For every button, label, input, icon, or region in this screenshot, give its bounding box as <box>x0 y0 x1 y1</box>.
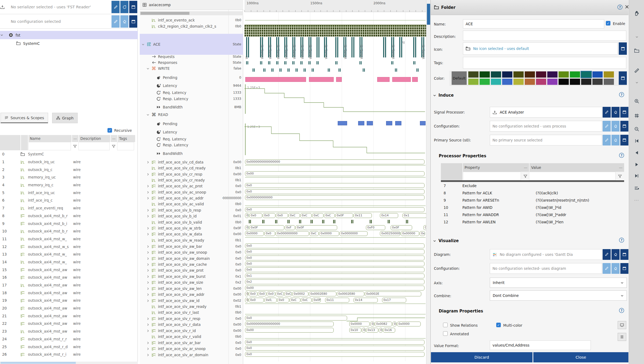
value-cell[interactable]: 0xF0 <box>366 225 385 230</box>
table-row[interactable]: 8outsock_axi4_mst_b_rwire <box>0 212 138 220</box>
grid-icon[interactable] <box>633 112 641 120</box>
chevron-right-icon[interactable] <box>146 184 150 188</box>
table-row[interactable]: 7intf_ace_eventi_reqwire <box>0 204 138 212</box>
hand-icon[interactable] <box>633 9 641 17</box>
value-cell[interactable]: 0 <box>245 292 248 296</box>
value-cell[interactable]: 0 <box>245 213 249 218</box>
table-row[interactable]: 22outsock_axi4_mst_awwire <box>0 320 138 327</box>
signal-tree-item-write[interactable]: ⌘WRITEfalse <box>140 65 243 71</box>
waveform-value-row[interactable]: 0x00000000000000000x00000x0x00820x0x0000 <box>245 322 421 326</box>
primary-source-field[interactable]: No primary source selected <box>490 135 602 145</box>
edit-serializer-button[interactable] <box>111 1 120 13</box>
edit-processor-button[interactable] <box>603 107 611 118</box>
signal-tree-item-intf-ace-ace-slv-r-data[interactable]: intf_ace_ace_slv_r_data0x00 <box>140 322 243 327</box>
value-cell[interactable]: 0x14 <box>354 298 378 303</box>
chevron-down-icon[interactable] <box>0 33 9 37</box>
signal-tree-item-intf-ace-ace-slv-cr-resp[interactable]: intf_ace_ace_slv_cr_resp0x00 <box>140 171 243 177</box>
transaction-bar[interactable] <box>383 37 386 57</box>
signal-tree-item-intf-ace-ace-slv-ac-addr[interactable]: intf_ace_ace_slv_ac_addr0x000000000000 <box>140 195 243 201</box>
write-pending-bar[interactable] <box>245 77 306 82</box>
table-row[interactable]: 16outsock_axi4_mst_awwire <box>0 274 138 281</box>
color-swatch[interactable] <box>513 79 524 85</box>
waveform-value-row[interactable]: 0x0 <box>245 183 425 188</box>
signal-tree-item-intf-ace-ace-slv-w-ready[interactable]: intf_ace_ace_slv_w_ready0b1 <box>140 237 243 243</box>
signal-tree-item-pending[interactable]: Pending0 <box>140 75 243 81</box>
signal-tree-item-latency[interactable]: zLatency9464 <box>140 83 243 89</box>
signal-tree-item-read[interactable]: ⌘READ <box>140 112 243 118</box>
table-row[interactable]: 21outsock_axi4_mst_awwire <box>0 312 138 320</box>
chevron-right-icon[interactable] <box>146 214 150 218</box>
value-cell[interactable]: 0x0000000000000000 <box>245 159 424 164</box>
table-row[interactable]: 24outsock_axi4_mst_r_rwire <box>0 335 138 343</box>
color-swatch[interactable] <box>581 71 591 78</box>
filter-icon[interactable] <box>71 142 78 150</box>
table-row[interactable]: 23outsock_axi4_mst_awwire <box>0 327 138 335</box>
value-cell[interactable]: 0x2 <box>245 279 424 284</box>
signal-tree-item-intf-ace-ace-slv-r-last[interactable]: intf_ace_ace_slv_r_last0b0 <box>140 310 243 315</box>
read-pending-bar[interactable] <box>358 121 364 125</box>
induce-configuration-field[interactable]: No configuration selected - uses process <box>490 121 602 132</box>
table-row[interactable]: 25outsock_axi4_mst_r_dwire <box>0 343 138 351</box>
waveform-value-row[interactable]: 0x0000000000000000 <box>245 159 425 164</box>
ruler-icon[interactable] <box>633 67 641 75</box>
value-cell[interactable]: 0x000000000000 <box>245 195 424 200</box>
value-cell[interactable]: 0x0 <box>245 183 424 188</box>
value-cell[interactable]: 0x1 <box>402 213 427 218</box>
value-cell[interactable]: 0x <box>379 328 383 333</box>
chevron-right-icon[interactable] <box>146 191 150 194</box>
column-resize-handle[interactable]: — <box>72 135 78 142</box>
value-cell[interactable]: 0x0 <box>249 292 257 296</box>
value-cell[interactable]: 0x11 <box>354 213 372 218</box>
value-cell[interactable]: 0x0002E80 <box>309 292 336 296</box>
signal-tree-item-pending[interactable]: Pending <box>140 121 243 127</box>
color-swatch[interactable] <box>480 71 490 78</box>
color-dialog-button[interactable] <box>619 71 627 85</box>
primary-source-dialog-button[interactable] <box>620 135 628 145</box>
icon-dialog-button[interactable] <box>619 42 627 55</box>
value-cell[interactable]: 0xC <box>290 298 300 303</box>
waveform-value-row[interactable]: 00x00x00x00xC0xC0xC0xC0x0F0x110x140x1 <box>245 213 427 218</box>
filter-icon[interactable] <box>521 172 529 180</box>
value-cell[interactable]: 0x <box>370 322 374 326</box>
value-cell[interactable]: 0x0 <box>277 298 289 303</box>
value-cell[interactable]: 0 <box>245 298 248 303</box>
signal-tree-item-resp-latency[interactable]: zResp. Latency1333 <box>140 96 243 102</box>
step-forward-icon[interactable] <box>633 161 641 169</box>
color-swatch[interactable] <box>491 71 501 78</box>
color-swatch[interactable] <box>468 79 478 85</box>
waveform-value-row[interactable]: 00x00x00x00xC0xC0x00020x0002E800x0002E80… <box>245 292 422 296</box>
chevron-right-icon[interactable] <box>146 209 150 212</box>
value-cell[interactable]: 0x0000 <box>245 231 264 236</box>
column-header-value[interactable]: Value— <box>530 163 624 172</box>
value-cell[interactable]: 0x0082 <box>375 322 392 326</box>
value-filter-input[interactable] <box>529 172 616 180</box>
description-field[interactable] <box>463 31 626 41</box>
chevron-right-icon[interactable] <box>146 329 150 333</box>
waveform-value-row[interactable]: 0x0 <box>245 189 425 194</box>
value-cell[interactable]: 0x13 <box>366 328 378 333</box>
waveform-value-row[interactable]: 0x0 <box>245 249 425 254</box>
value-cell[interactable]: 0x14 <box>380 213 398 218</box>
icon-field[interactable]: No icon selected - uses default <box>463 42 618 55</box>
list-options-button[interactable] <box>618 333 626 341</box>
value-cell[interactable]: 0x0 <box>245 340 424 345</box>
scrollbar-thumb[interactable] <box>141 12 189 15</box>
processor-dialog-button[interactable] <box>620 107 628 118</box>
value-cell[interactable]: 0x0 <box>264 231 275 236</box>
signal-tree-item-intf-ace-ace-slv-w-strb[interactable]: intf_ace_ace_slv_w_strb0x0F <box>140 225 243 231</box>
name-field[interactable]: ACE <box>463 19 604 28</box>
read-pending-bar[interactable] <box>395 121 401 125</box>
signal-tree-item-intf-ace-ace-slv-b-id[interactable]: intf_ace_ace_slv_b_id0x01 <box>140 213 243 219</box>
help-icon[interactable]: ? <box>619 237 624 243</box>
signal-tree-item-clk2-region-clk2-domain-clk2-s[interactable]: clk2_region_clk2_domain_clk2_s0b0 <box>140 23 243 29</box>
signal-tree-item-intf-ace-evento-ack[interactable]: intf_ace_evento_ack0b0 <box>140 17 243 23</box>
configuration-dialog-button[interactable] <box>129 15 137 28</box>
induce-section-header[interactable]: Induce <box>433 93 454 98</box>
signal-tree-item-intf-ace-ace-slv-aw-cache[interactable]: intf_ace_ace_slv_aw_cache0x0 <box>140 261 243 267</box>
visualize-configuration-field[interactable]: No configuration selected- uses diagram <box>490 263 602 274</box>
multi-color-checkbox[interactable]: ✓ <box>496 323 501 327</box>
help-icon[interactable]: ? <box>617 4 623 10</box>
signal-tree-item-intf-ace-ace-slv-aw-len[interactable]: intf_ace_ace_slv_aw_len0x00 <box>140 286 243 292</box>
waveform-vscrollbar[interactable] <box>426 0 430 364</box>
waveform-value-row[interactable]: 0x00000x00x0000000000xC0x00000x00000000x… <box>245 231 426 236</box>
